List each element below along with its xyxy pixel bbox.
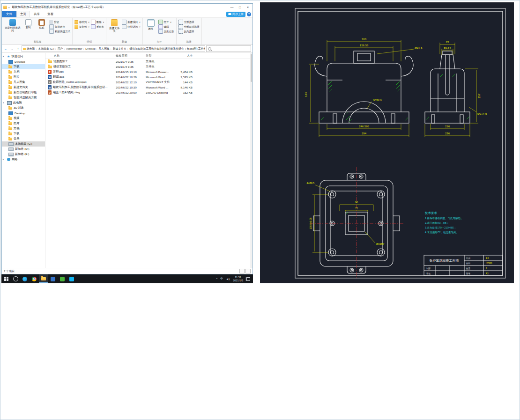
sidebar-item-documents[interactable]: 文档 <box>2 69 45 74</box>
column-size[interactable]: 大小 <box>174 54 194 58</box>
taskbar-app-wechat[interactable] <box>58 274 67 283</box>
address-bar[interactable]: 此电脑 本地磁盘 (C:) 用户 Administrator Desktop 凡… <box>22 45 205 52</box>
tab-file[interactable]: 文件 <box>2 11 16 17</box>
sidebar-item-pinned-folder[interactable]: 凡人图集 <box>2 80 45 85</box>
sync-upload-button[interactable]: 同步上传 <box>226 12 245 17</box>
minimize-button[interactable]: — <box>229 4 235 11</box>
edit-button[interactable]: 编辑 <box>158 25 174 29</box>
paste-shortcut-button[interactable]: 粘贴快捷方式 <box>49 29 70 33</box>
sidebar-root-this-pc[interactable]: ▾此电脑 <box>2 100 45 105</box>
tab-home[interactable]: 主页 <box>16 11 30 17</box>
sidebar-item-pictures[interactable]: 图片 <box>2 74 45 80</box>
sidebar-item-volume-d[interactable]: 新加卷 (D:) <box>2 147 45 152</box>
cut-label: 剪切 <box>54 21 59 24</box>
rename-button[interactable]: 重命名 <box>91 25 104 29</box>
start-button[interactable] <box>1 274 11 283</box>
new-item-button[interactable]: 新建项目 <box>122 20 140 24</box>
sidebar-item-desktop[interactable]: Desktop <box>2 59 45 64</box>
action-center-button[interactable] <box>245 277 251 281</box>
breadcrumb-segment[interactable]: 用户 <box>58 47 66 51</box>
breadcrumb-segment[interactable]: 本地磁盘 (C:) <box>38 47 57 51</box>
copy-button[interactable]: 复制 <box>22 19 34 29</box>
sidebar-item-documents-pc[interactable]: 文档 <box>2 126 45 131</box>
select-all-button[interactable]: 全部选择 <box>178 20 200 24</box>
sidebar-root-network[interactable]: ▸网络 <box>2 157 45 162</box>
forward-button[interactable]: → <box>9 47 15 51</box>
delete-button[interactable]: 删除 <box>91 20 104 24</box>
new-folder-button[interactable]: 新建文件夹 <box>108 19 120 32</box>
pin-to-quick-access-button[interactable]: 固定到快速访问 <box>5 19 21 32</box>
cut-button[interactable]: 剪切 <box>49 20 70 24</box>
tab-share[interactable]: 共享 <box>30 11 44 17</box>
sidebar-item-volume-e[interactable]: 新加卷 (E:) <box>2 152 45 157</box>
sidebar-root-quick-access[interactable]: ▾★快速访问 <box>2 54 45 59</box>
copy-to-button[interactable]: 复制到 <box>74 25 89 29</box>
file-row[interactable]: 螺纹车削加工 2021/1/4 9:36 文件夹 <box>45 64 253 69</box>
file-size: 152 KB <box>174 91 194 94</box>
sidebar-item-downloads[interactable]: 下载 <box>2 64 45 69</box>
sidebar-item-pinned-folder[interactable]: 新建文件夹 <box>2 85 45 90</box>
easy-access-button[interactable]: 轻松访问 <box>122 25 140 29</box>
breadcrumb-segment[interactable]: Desktop <box>85 47 98 50</box>
taskbar-app-edge[interactable] <box>20 274 30 283</box>
sidebar-item-pinned-folder[interactable]: 新型仿制图打印版 <box>2 90 45 95</box>
open-button[interactable]: 打开 <box>158 20 174 24</box>
back-button[interactable]: ← <box>3 47 8 51</box>
scrollbar[interactable] <box>250 53 253 268</box>
details-view-button[interactable] <box>239 269 245 273</box>
properties-button[interactable]: 属性 <box>145 19 157 30</box>
taskbar-app-qq[interactable] <box>67 274 76 283</box>
select-none-button[interactable]: 全部取消选择 <box>178 25 200 29</box>
file-row[interactable]: 轮廓图加工 2021/1/4 9:36 文件夹 <box>45 59 253 64</box>
taskbar-app-vscode[interactable] <box>48 274 58 283</box>
file-row[interactable]: W螺纹车削加工及数控车削机床伺服系统研... 2014/6/22 10:39 M… <box>45 85 253 90</box>
column-date[interactable]: 修改日期 <box>116 54 146 58</box>
ime-indicator[interactable]: 中 <box>219 277 224 281</box>
expander-icon[interactable]: ▸ <box>3 158 6 161</box>
paste-button[interactable]: 粘贴 <box>36 19 48 29</box>
taskbar-clock[interactable]: 11:51 2021/1/5 <box>231 276 245 282</box>
sidebar-item-3d-objects[interactable]: 3D 对象 <box>2 105 45 111</box>
file-row[interactable]: P答辩.ppt 2014/6/15 13:10 Microsoft Power.… <box>45 69 253 74</box>
breadcrumb-segment[interactable]: 凡人图集 <box>99 47 112 51</box>
sidebar-item-music[interactable]: 音乐 <box>2 136 45 141</box>
help-icon[interactable]: ? <box>247 12 251 16</box>
breadcrumb-segment[interactable]: Administrator <box>66 47 85 50</box>
invert-selection-button[interactable]: 反向选择 <box>178 29 200 33</box>
expander-icon[interactable]: ▾ <box>3 55 6 58</box>
sidebar-item-desktop-pc[interactable]: Desktop <box>2 111 45 116</box>
expander-icon[interactable]: ▾ <box>3 102 6 104</box>
cortana-search-button[interactable] <box>11 274 20 283</box>
tray-expand-icon[interactable]: ^ <box>215 278 219 280</box>
breadcrumb-segment[interactable]: 此电脑 <box>27 47 37 51</box>
speaker-icon[interactable]: ◄) <box>224 278 231 280</box>
column-name[interactable]: 名称 <box>45 54 116 58</box>
close-button[interactable]: × <box>245 4 251 11</box>
sidebar-item-videos[interactable]: 视频 <box>2 116 45 121</box>
sidebar-item-pictures-pc[interactable]: 图片 <box>2 121 45 126</box>
taskbar-app-chrome[interactable] <box>30 274 39 283</box>
breadcrumb-segment[interactable]: 螺纹加车削加工及数控车削机床伺服系统研究（有cad图+工艺卡+ppt等） <box>130 47 205 51</box>
tab-view[interactable]: 查看 <box>44 11 57 17</box>
up-button[interactable]: ↑ <box>15 47 21 51</box>
sidebar-item-pinned-folder[interactable]: 智能环卫解决方案 <box>2 95 45 100</box>
file-row[interactable]: D端盖工图A3图纸.dwg 2014/6/22 20:09 ZWCAD Draw… <box>45 90 253 95</box>
scrollbar-thumb[interactable] <box>251 54 252 82</box>
column-type[interactable]: 类型 <box>146 54 174 58</box>
sidebar-item-downloads-pc[interactable]: 下载 <box>2 131 45 136</box>
sidebar-item-local-disk-c[interactable]: 本地磁盘 (C:) <box>2 141 45 147</box>
taskbar-app-explorer[interactable] <box>39 274 48 283</box>
history-button[interactable]: 历史记录 <box>158 29 174 33</box>
file-row[interactable]: W翻译.doc 2014/6/22 10:39 Microsoft Word .… <box>45 74 253 80</box>
copy-path-button[interactable]: 复制路径 <box>49 25 70 29</box>
file-row[interactable]: V轮廓图元_metric.vcproject 2014/6/22 12:10 V… <box>45 80 253 85</box>
quick-access-toolbar-chevron-icon[interactable]: ▾ <box>8 6 10 9</box>
edit-label: 编辑 <box>164 25 169 29</box>
rename-label: 重命名 <box>97 25 104 29</box>
maximize-button[interactable]: □ <box>237 4 243 11</box>
search-input[interactable] <box>206 45 251 52</box>
move-to-button[interactable]: 移动到 <box>74 20 89 24</box>
thumbnails-view-button[interactable] <box>245 269 251 273</box>
cad-viewport[interactable]: 208 156.58 Ø41.9 124 Ø45H7 246.586 294 <box>260 2 514 283</box>
breadcrumb-segment[interactable]: 新建文件夹 <box>113 47 129 51</box>
